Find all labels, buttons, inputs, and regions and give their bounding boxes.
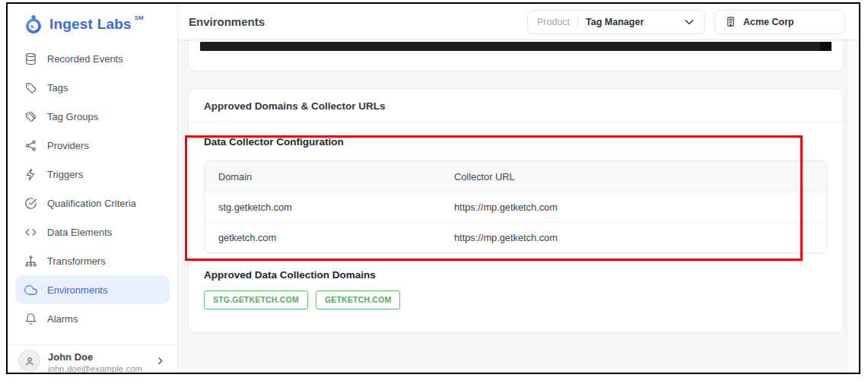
organization-name: Acme Corp	[743, 17, 794, 27]
scrolled-card-partial	[188, 40, 844, 71]
brand-logo[interactable]: IL Ingest Labs SM	[8, 4, 177, 40]
sidebar-nav: Recorded Events Tags Tag Groups	[8, 40, 177, 344]
sidebar-item[interactable]: Data Elements	[15, 217, 170, 246]
sidebar-item[interactable]: Environments	[15, 275, 170, 304]
content-area: Approved Domains & Collector URLs Data C…	[178, 40, 859, 373]
table-body: stg.getketch.com https://mp.getketch.com…	[205, 192, 827, 253]
chevron-down-icon	[683, 16, 695, 28]
domain-cell: stg.getketch.com	[205, 202, 440, 213]
divider	[577, 16, 578, 27]
sidebar-item[interactable]: Transformers	[15, 246, 170, 275]
sidebar-item[interactable]: Tags	[15, 73, 170, 102]
collector-table: Domain Collector URL stg.getketch.com ht…	[204, 160, 828, 254]
domain-badge: GETKETCH.COM	[316, 290, 401, 309]
sidebar-item[interactable]: Alarms	[15, 304, 170, 333]
user-name: John Doe	[48, 350, 142, 363]
partial-code-block	[200, 42, 831, 51]
user-menu[interactable]: John Doe john.doe@example.com	[8, 344, 177, 373]
table-row: getketch.com https://mp.getketch.com	[205, 223, 827, 253]
database-icon	[24, 52, 37, 65]
tag-icon	[24, 81, 37, 94]
cloud-icon	[24, 284, 37, 297]
brand-trademark: SM	[135, 14, 144, 21]
code-brackets-icon	[24, 226, 37, 239]
check-circle-icon	[24, 197, 37, 210]
collector-url-cell: https://mp.getketch.com	[440, 232, 827, 243]
column-header: Domain	[205, 171, 440, 182]
table-header-row: Domain Collector URL	[205, 161, 827, 192]
domain-cell: getketch.com	[205, 232, 440, 243]
sidebar-item-label: Recorded Events	[47, 53, 123, 65]
app-window: IL Ingest Labs SM Recorded Events Tags	[6, 2, 860, 374]
sidebar-item-label: Providers	[47, 140, 89, 151]
sidebar-item-label: Triggers	[47, 169, 83, 180]
user-info: John Doe john.doe@example.com	[48, 350, 142, 373]
sidebar-item[interactable]: Providers	[15, 131, 170, 160]
sitemap-icon	[24, 255, 37, 268]
sidebar-item[interactable]: Tag Groups	[15, 102, 170, 131]
collector-url-cell: https://mp.getketch.com	[440, 202, 827, 213]
approved-domains-title: Approved Data Collection Domains	[204, 269, 828, 281]
approved-domains-badges: STG.GETKETCH.COM GETKETCH.COM	[204, 290, 828, 309]
chevron-right-icon	[155, 355, 165, 369]
sidebar-item-label: Tag Groups	[47, 111, 98, 122]
user-avatar-icon	[18, 350, 40, 372]
sidebar: IL Ingest Labs SM Recorded Events Tags	[8, 4, 178, 373]
page-header: Environments Product Tag Manager	[178, 4, 859, 40]
ingest-labs-logo-icon: IL	[23, 14, 44, 35]
card-body: Data Collector Configuration Domain Coll…	[189, 122, 843, 332]
product-selector-label: Product	[537, 17, 570, 27]
bell-icon	[24, 313, 37, 325]
building-icon	[725, 16, 736, 27]
section-title: Data Collector Configuration	[204, 136, 828, 148]
user-email: john.doe@example.com	[48, 363, 142, 374]
product-selector-value: Tag Manager	[586, 17, 676, 27]
main-column: Environments Product Tag Manager	[178, 4, 859, 373]
screenshot-frame: IL Ingest Labs SM Recorded Events Tags	[0, 0, 868, 384]
sidebar-item-label: Alarms	[47, 313, 78, 325]
brand-name: Ingest Labs	[49, 16, 132, 33]
sidebar-item-label: Transformers	[47, 255, 106, 267]
sidebar-item[interactable]: Recorded Events	[15, 44, 170, 73]
card-title: Approved Domains & Collector URLs	[189, 89, 843, 122]
column-header: Collector URL	[440, 171, 827, 182]
page-title: Environments	[189, 15, 265, 28]
sidebar-item-label: Tags	[47, 82, 68, 94]
approved-domains-card: Approved Domains & Collector URLs Data C…	[188, 88, 844, 333]
domain-badge: STG.GETKETCH.COM	[204, 290, 308, 309]
product-selector[interactable]: Product Tag Manager	[527, 10, 705, 34]
sidebar-item[interactable]: Triggers	[15, 160, 170, 189]
table-row: stg.getketch.com https://mp.getketch.com	[205, 192, 827, 223]
svg-text:IL: IL	[30, 23, 35, 28]
header-controls: Product Tag Manager	[527, 10, 845, 34]
lightning-icon	[24, 168, 37, 181]
sidebar-item-label: Data Elements	[47, 227, 112, 238]
tags-icon	[24, 110, 37, 123]
share-nodes-icon	[24, 139, 37, 152]
sidebar-item[interactable]: Qualification Criteria	[15, 189, 170, 217]
scrollbar[interactable]	[847, 40, 859, 373]
sidebar-item-label: Environments	[47, 284, 107, 296]
sidebar-item-label: Qualification Criteria	[47, 198, 136, 209]
organization-button[interactable]: Acme Corp	[714, 10, 845, 34]
